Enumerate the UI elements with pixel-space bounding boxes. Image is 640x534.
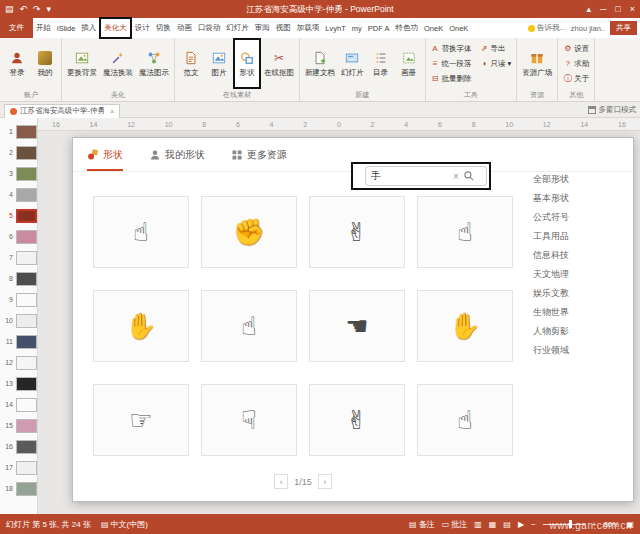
change-background-button[interactable]: 更换背景: [64, 38, 100, 89]
shape-category-item[interactable]: 天文地理: [533, 265, 625, 284]
multi-window-toggle[interactable]: 多窗口模式: [588, 105, 637, 115]
slide-thumbnail-item[interactable]: 16: [0, 436, 37, 457]
ribbon-tab[interactable]: 审阅: [252, 18, 273, 38]
settings-button[interactable]: ⚙设置: [563, 43, 589, 55]
slide-thumbnail-item[interactable]: 17: [0, 457, 37, 478]
clear-search-icon[interactable]: ×: [453, 171, 459, 182]
slide-thumbnail-item[interactable]: 5: [0, 205, 37, 226]
ribbon-tab[interactable]: 插入: [78, 18, 99, 38]
slide-thumbnail-item[interactable]: 11: [0, 331, 37, 352]
shape-result-card[interactable]: ☝: [201, 290, 297, 362]
slide-thumbnail-item[interactable]: 4: [0, 184, 37, 205]
quick-access-icon[interactable]: ▾: [47, 0, 52, 18]
export-button[interactable]: ⇗导出: [480, 43, 506, 55]
shape-result-card[interactable]: ✌: [309, 384, 405, 456]
normal-view-button[interactable]: ▥: [474, 520, 482, 529]
search-input[interactable]: [371, 171, 449, 182]
new-slide-button[interactable]: 幻灯片: [338, 38, 367, 89]
zoom-level[interactable]: 80%: [603, 520, 619, 529]
zoom-in-button[interactable]: +: [592, 520, 597, 529]
ribbon-tab[interactable]: 美化大: [99, 17, 132, 39]
close-icon[interactable]: ×: [630, 0, 635, 18]
shape-category-item[interactable]: 公式符号: [533, 208, 625, 227]
slide-thumbnail-item[interactable]: 18: [0, 478, 37, 499]
shape-result-card[interactable]: ☟: [201, 384, 297, 456]
slide-thumbnail-item[interactable]: 6: [0, 226, 37, 247]
shape-category-item[interactable]: 人物剪影: [533, 322, 625, 341]
comments-toggle[interactable]: ▭批注: [442, 519, 468, 530]
help-button[interactable]: ?求助: [563, 58, 589, 70]
document-tab[interactable]: 江苏省海安高级中学-仲勇 ×: [4, 104, 120, 118]
shape-category-item[interactable]: 全部形状: [533, 170, 625, 189]
zoom-slider-thumb[interactable]: [569, 520, 572, 528]
online-cutout-button[interactable]: ✂ 在线抠图: [261, 38, 297, 89]
ribbon-tab[interactable]: OneK: [421, 18, 446, 38]
zoom-slider[interactable]: [543, 519, 585, 529]
magic-dress-button[interactable]: 魔法换装: [100, 38, 136, 89]
ribbon-tab[interactable]: iSlide: [54, 18, 78, 38]
next-page-button[interactable]: ›: [318, 474, 332, 489]
shape-category-item[interactable]: 行业领域: [533, 341, 625, 360]
tab-file[interactable]: 文件: [0, 18, 33, 38]
ribbon-tab[interactable]: 开始: [33, 18, 54, 38]
login-button[interactable]: 登录: [3, 38, 31, 89]
slide-thumbnail-item[interactable]: 12: [0, 352, 37, 373]
ribbon-tab[interactable]: 加载项: [294, 18, 323, 38]
ribbon-tab[interactable]: OneK: [446, 18, 471, 38]
ribbon-tab[interactable]: 动画: [174, 18, 195, 38]
slide-thumbnail-item[interactable]: 7: [0, 247, 37, 268]
ribbon-tab[interactable]: PDF A: [365, 18, 393, 38]
toc-button[interactable]: 目录: [367, 38, 395, 89]
ribbon-tab[interactable]: 切换: [153, 18, 174, 38]
dialog-tab-my-shapes[interactable]: 我的形状: [149, 148, 205, 171]
shape-search-box[interactable]: ×: [365, 166, 487, 186]
my-account-button[interactable]: 我的: [31, 38, 59, 89]
slide-thumbnail-item[interactable]: 8: [0, 268, 37, 289]
quick-access-icon[interactable]: ↷: [33, 0, 41, 18]
quick-access-icon[interactable]: ↶: [20, 0, 28, 18]
slide-sorter-view-button[interactable]: ▦: [489, 520, 497, 529]
slide-thumbnail-item[interactable]: 9: [0, 289, 37, 310]
shape-result-card[interactable]: ☝: [93, 196, 189, 268]
shape-category-item[interactable]: 信息科技: [533, 246, 625, 265]
search-icon[interactable]: [463, 170, 475, 182]
previous-page-button[interactable]: ‹: [274, 474, 288, 489]
dialog-tab-shapes[interactable]: 形状: [87, 148, 123, 171]
slide-thumbnail-item[interactable]: 1: [0, 121, 37, 142]
shape-result-card[interactable]: ✋: [93, 290, 189, 362]
resource-plaza-button[interactable]: 资源广场: [519, 38, 555, 89]
dialog-tab-more-resources[interactable]: 更多资源: [231, 148, 287, 171]
shape-category-item[interactable]: 工具用品: [533, 227, 625, 246]
slide-thumbnail-item[interactable]: 15: [0, 415, 37, 436]
minimize-icon[interactable]: ─: [600, 0, 606, 18]
slide-thumbnail-item[interactable]: 13: [0, 373, 37, 394]
slide-thumbnail-item[interactable]: 14: [0, 394, 37, 415]
notes-toggle[interactable]: ▤备注: [409, 519, 435, 530]
account-user-name[interactable]: zhou jian..: [571, 24, 605, 33]
quick-access-icon[interactable]: ▤: [5, 0, 14, 18]
slide-thumbnail-item[interactable]: 2: [0, 142, 37, 163]
online-picture-button[interactable]: 图片: [205, 38, 233, 89]
ribbon-options-icon[interactable]: ▴: [586, 0, 591, 18]
ribbon-tab[interactable]: 设计: [132, 18, 153, 38]
template-doc-button[interactable]: 范文: [177, 38, 205, 89]
magic-diagram-button[interactable]: 魔法图示: [136, 38, 172, 89]
unify-paragraph-button[interactable]: ≡统一段落: [431, 58, 472, 70]
readonly-button[interactable]: ◑只读▾: [480, 58, 512, 70]
shape-category-item[interactable]: 生物世界: [533, 303, 625, 322]
online-shape-button[interactable]: 形状: [233, 38, 261, 89]
reading-view-button[interactable]: ▤: [503, 520, 511, 529]
shape-result-card[interactable]: ✋: [417, 290, 513, 362]
shape-result-card[interactable]: ☞: [93, 384, 189, 456]
slide-thumbnail-item[interactable]: 3: [0, 163, 37, 184]
zoom-out-button[interactable]: −: [531, 520, 536, 529]
shape-category-item[interactable]: 基本形状: [533, 189, 625, 208]
ribbon-tab[interactable]: my: [349, 18, 365, 38]
replace-font-button[interactable]: A替换字体: [431, 43, 472, 55]
ribbon-tab[interactable]: LvyhT: [322, 18, 348, 38]
about-button[interactable]: ⓘ关于: [563, 73, 589, 85]
ribbon-tab[interactable]: 特色功: [392, 18, 421, 38]
share-button[interactable]: 共享: [610, 21, 637, 35]
new-document-button[interactable]: 新建文档: [302, 38, 338, 89]
shape-result-card[interactable]: ✊: [201, 196, 297, 268]
